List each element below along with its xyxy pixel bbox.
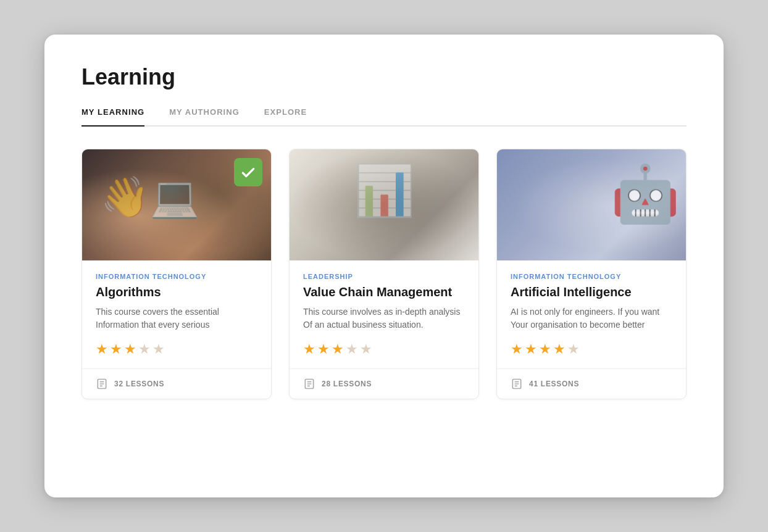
lessons-icon xyxy=(96,378,108,390)
star-4: ★ xyxy=(346,341,358,357)
course-category-value-chain: LEADERSHIP xyxy=(303,273,465,280)
course-rating-value-chain: ★ ★ ★ ★ ★ xyxy=(303,341,465,357)
course-rating-ai: ★ ★ ★ ★ ★ xyxy=(511,341,672,357)
tab-explore[interactable]: EXPLORE xyxy=(264,107,307,127)
course-footer-algorithms: 32 LESSONS xyxy=(82,368,271,399)
tab-my-learning[interactable]: MY LEARNING xyxy=(81,107,144,127)
course-card-algorithms[interactable]: INFORMATION TECHNOLOGY Algorithms This c… xyxy=(81,149,272,399)
course-image-algorithms xyxy=(82,149,271,260)
card-body-ai: INFORMATION TECHNOLOGY Artificial Intell… xyxy=(497,260,686,357)
course-rating-algorithms: ★ ★ ★ ★ ★ xyxy=(96,341,257,357)
star-1: ★ xyxy=(96,341,108,357)
course-image-value-chain xyxy=(290,149,478,260)
star-4: ★ xyxy=(138,341,151,357)
course-image-ai xyxy=(497,149,686,260)
course-footer-value-chain: 28 LESSONS xyxy=(290,368,478,399)
course-title-value-chain: Value Chain Management xyxy=(303,285,465,299)
page-title: Learning xyxy=(81,64,687,90)
course-title-ai: Artificial Intelligence xyxy=(511,285,672,299)
star-1: ★ xyxy=(511,341,523,357)
star-4: ★ xyxy=(553,341,566,357)
tabs-nav: MY LEARNING MY AUTHORING EXPLORE xyxy=(81,107,687,127)
course-category-ai: INFORMATION TECHNOLOGY xyxy=(511,273,672,280)
courses-grid: INFORMATION TECHNOLOGY Algorithms This c… xyxy=(81,149,687,399)
checkmark-icon xyxy=(240,164,256,180)
course-desc-algorithms: This course covers the essential Informa… xyxy=(96,305,257,331)
star-3: ★ xyxy=(539,341,551,357)
lessons-count-value-chain: 28 LESSONS xyxy=(322,380,372,388)
star-2: ★ xyxy=(110,341,122,357)
card-body-value-chain: LEADERSHIP Value Chain Management This c… xyxy=(290,260,478,357)
tab-my-authoring[interactable]: MY AUTHORING xyxy=(169,107,240,127)
course-desc-ai: AI is not only for engineers. If you wan… xyxy=(511,305,672,331)
star-5: ★ xyxy=(152,341,165,357)
course-card-ai[interactable]: INFORMATION TECHNOLOGY Artificial Intell… xyxy=(496,149,687,399)
star-1: ★ xyxy=(303,341,315,357)
app-container: Learning MY LEARNING MY AUTHORING EXPLOR… xyxy=(44,35,724,497)
lessons-icon xyxy=(511,378,523,390)
course-footer-ai: 41 LESSONS xyxy=(497,368,686,399)
star-2: ★ xyxy=(317,341,330,357)
star-5: ★ xyxy=(360,341,372,357)
course-card-value-chain[interactable]: LEADERSHIP Value Chain Management This c… xyxy=(289,149,479,399)
star-3: ★ xyxy=(332,341,344,357)
lessons-count-algorithms: 32 LESSONS xyxy=(114,380,164,388)
star-5: ★ xyxy=(567,341,580,357)
course-desc-value-chain: This course involves as in-depth analysi… xyxy=(303,305,465,331)
card-body-algorithms: INFORMATION TECHNOLOGY Algorithms This c… xyxy=(82,260,271,357)
star-2: ★ xyxy=(525,341,537,357)
lessons-icon xyxy=(303,378,315,390)
completed-badge xyxy=(234,158,262,186)
lessons-count-ai: 41 LESSONS xyxy=(529,380,579,388)
course-title-algorithms: Algorithms xyxy=(96,285,257,299)
star-3: ★ xyxy=(124,341,136,357)
course-category-algorithms: INFORMATION TECHNOLOGY xyxy=(96,273,257,280)
